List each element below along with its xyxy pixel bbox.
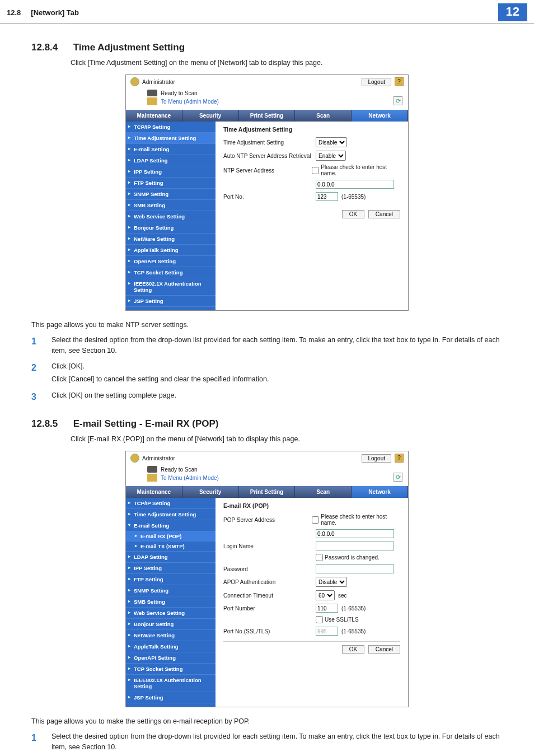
auto-ntp-select[interactable]: Enable <box>316 151 346 161</box>
nav-snmp[interactable]: SNMP Setting <box>126 585 216 596</box>
s2-step1-text: Select the desired option from the drop-… <box>51 731 503 753</box>
nav-email-tx-smtp[interactable]: E-mail TX (SMTP) <box>126 542 216 552</box>
admin-label: Administrator <box>142 455 362 461</box>
nav-openapi[interactable]: OpenAPI Setting <box>126 256 216 267</box>
tab-security[interactable]: Security <box>182 110 239 122</box>
tab-security[interactable]: Security <box>182 486 239 498</box>
nav-webservice[interactable]: Web Service Setting <box>126 211 216 222</box>
nav-ipp[interactable]: IPP Setting <box>126 166 216 178</box>
help-icon[interactable]: ? <box>395 77 404 86</box>
section-1-heading: 12.8.4 Time Adjustment Setting <box>31 42 503 53</box>
pop-server-input[interactable] <box>316 529 394 538</box>
to-menu-link[interactable]: To Menu (Admin Mode) <box>161 475 219 481</box>
nav-tcpsocket[interactable]: TCP Socket Setting <box>126 267 216 278</box>
hostname-checkbox[interactable] <box>312 167 319 174</box>
nav-tcpip[interactable]: TCP/IP Setting <box>126 498 216 509</box>
nav-netware[interactable]: NetWare Setting <box>126 234 216 245</box>
port-ssl-input[interactable] <box>316 627 338 636</box>
shot1-nav: TCP/IP Setting Time Adjustment Setting E… <box>126 122 216 310</box>
password-input[interactable] <box>316 564 394 573</box>
use-ssl-checkbox[interactable] <box>316 616 323 623</box>
refresh-icon[interactable]: ⟳ <box>394 96 402 105</box>
ok-button[interactable]: OK <box>342 645 364 654</box>
nav-netware[interactable]: NetWare Setting <box>126 630 216 641</box>
tab-scan[interactable]: Scan <box>295 110 352 122</box>
s1-step2-num: 2 <box>31 361 51 385</box>
password-label: Password <box>223 566 316 572</box>
password-changed-checkbox[interactable] <box>316 554 323 561</box>
nav-tcpip[interactable]: TCP/IP Setting <box>126 122 216 133</box>
nav-ieee8021x[interactable]: IEEE802.1X Authentication Setting <box>126 675 216 692</box>
help-icon[interactable]: ? <box>395 454 404 463</box>
admin-icon <box>130 77 139 86</box>
shot2-body: TCP/IP Setting Time Adjustment Setting E… <box>126 498 408 707</box>
nav-bonjour[interactable]: Bonjour Setting <box>126 222 216 234</box>
tab-print-setting[interactable]: Print Setting <box>239 486 296 498</box>
port-number-hint: (1-65535) <box>341 605 366 612</box>
tab-network[interactable]: Network <box>352 486 408 498</box>
nav-appletalk[interactable]: AppleTalk Setting <box>126 641 216 652</box>
ntp-address-input[interactable] <box>316 180 394 189</box>
use-ssl-label: Use SSL/TLS <box>325 617 359 623</box>
port-no-input[interactable] <box>316 192 338 201</box>
section-2-intro: Click [E-mail RX (POP)] on the menu of [… <box>71 434 503 444</box>
nav-snmp[interactable]: SNMP Setting <box>126 189 216 200</box>
s1-step1-num: 1 <box>31 335 51 356</box>
ok-button[interactable]: OK <box>342 210 364 218</box>
s1-step1-text: Select the desired option from the drop-… <box>51 335 503 356</box>
apop-auth-select[interactable]: Disable <box>316 577 347 587</box>
nav-email[interactable]: E-mail Setting <box>126 144 216 155</box>
nav-smb[interactable]: SMB Setting <box>126 596 216 608</box>
printer-icon <box>147 466 157 473</box>
refresh-icon[interactable]: ⟳ <box>394 473 402 482</box>
port-number-input[interactable] <box>316 604 338 613</box>
pop-hostname-checkbox[interactable] <box>312 516 319 524</box>
tab-print-setting[interactable]: Print Setting <box>239 110 296 122</box>
port-no-label: Port No. <box>223 194 316 200</box>
nav-appletalk[interactable]: AppleTalk Setting <box>126 245 216 256</box>
nav-jsp[interactable]: JSP Setting <box>126 296 216 307</box>
tab-scan[interactable]: Scan <box>295 486 352 498</box>
tab-maintenance[interactable]: Maintenance <box>126 486 182 498</box>
time-adjust-select[interactable]: Disable <box>316 137 347 147</box>
screenshot-email-rx-pop: Administrator Logout ? Ready to Scan To … <box>125 451 409 707</box>
nav-ldap[interactable]: LDAP Setting <box>126 155 216 166</box>
cancel-button[interactable]: Cancel <box>368 210 400 218</box>
nav-bonjour[interactable]: Bonjour Setting <box>126 619 216 630</box>
nav-time-adjustment[interactable]: Time Adjustment Setting <box>126 133 216 144</box>
admin-label: Administrator <box>142 79 362 85</box>
shot1-main: Time Adjustment Setting Time Adjustment … <box>216 122 408 310</box>
s1-step3-num: 3 <box>31 390 51 404</box>
nav-tcpsocket[interactable]: TCP Socket Setting <box>126 664 216 675</box>
nav-smb[interactable]: SMB Setting <box>126 200 216 211</box>
nav-email[interactable]: E-mail Setting <box>126 520 216 531</box>
section-1-desc: This page allows you to make NTP server … <box>31 320 503 330</box>
cancel-button[interactable]: Cancel <box>368 645 400 654</box>
nav-time-adjustment[interactable]: Time Adjustment Setting <box>126 509 216 520</box>
conn-timeout-select[interactable]: 60 <box>316 590 335 600</box>
nav-ldap[interactable]: LDAP Setting <box>126 552 216 563</box>
logout-button[interactable]: Logout <box>362 78 391 86</box>
nav-ftp[interactable]: FTP Setting <box>126 178 216 189</box>
header-section-num: 12.8 <box>7 8 21 17</box>
section-1-num: 12.8.4 <box>31 42 71 53</box>
nav-jsp[interactable]: JSP Setting <box>126 692 216 703</box>
logout-button[interactable]: Logout <box>362 454 391 463</box>
tab-network[interactable]: Network <box>352 110 408 122</box>
nav-webservice[interactable]: Web Service Setting <box>126 608 216 619</box>
nav-ftp[interactable]: FTP Setting <box>126 574 216 585</box>
nav-ieee8021x[interactable]: IEEE802.1X Authentication Setting <box>126 278 216 296</box>
auto-ntp-label: Auto NTP Server Address Retrieval <box>223 153 316 159</box>
hostname-cb-label: Please check to enter host name. <box>321 164 400 176</box>
nav-email-rx-pop[interactable]: E-mail RX (POP) <box>126 531 216 542</box>
to-menu-link[interactable]: To Menu (Admin Mode) <box>161 99 219 105</box>
login-name-input[interactable] <box>316 542 394 550</box>
nav-ipp[interactable]: IPP Setting <box>126 563 216 574</box>
tab-maintenance[interactable]: Maintenance <box>126 110 182 122</box>
section-1-title: Time Adjustment Setting <box>73 42 185 53</box>
cart-icon <box>147 97 157 105</box>
s1-step2-text: Click [OK]. <box>51 362 85 370</box>
port-number-label: Port Number <box>223 605 316 612</box>
status-ready-label: Ready to Scan <box>161 466 198 473</box>
nav-openapi[interactable]: OpenAPI Setting <box>126 652 216 664</box>
